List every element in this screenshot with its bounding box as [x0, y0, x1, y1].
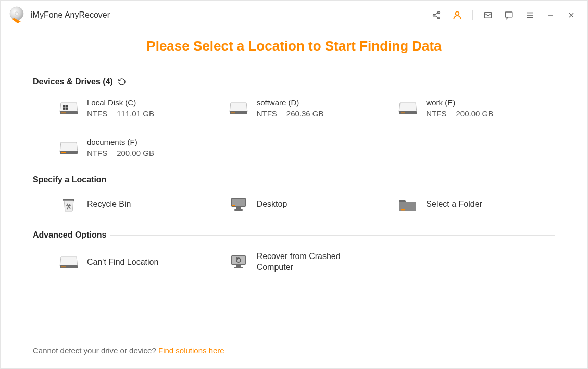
drive-fs: NTFS	[87, 149, 107, 157]
drive-size: 260.36 GB	[286, 109, 324, 118]
section-devices: Devices & Drives (4)	[33, 77, 555, 157]
share-icon[interactable]	[431, 9, 442, 21]
svg-rect-36	[61, 266, 66, 267]
svg-point-3	[433, 14, 435, 16]
desktop-icon	[229, 196, 248, 213]
svg-point-2	[438, 11, 440, 14]
location-label: Desktop	[257, 200, 287, 209]
drive-name: Local Disk (C)	[87, 98, 154, 107]
svg-point-4	[438, 17, 440, 19]
main-content: Please Select a Location to Start Findin…	[1, 38, 587, 273]
feedback-icon[interactable]	[503, 9, 515, 21]
folder-icon	[398, 196, 418, 213]
svg-rect-18	[63, 105, 66, 107]
titlebar-separator	[472, 10, 473, 20]
svg-rect-33	[232, 205, 235, 206]
location-desktop[interactable]: Desktop	[229, 196, 386, 213]
location-label: Recycle Bin	[87, 200, 131, 209]
svg-rect-32	[234, 209, 243, 211]
svg-rect-20	[63, 107, 66, 110]
svg-rect-23	[231, 113, 235, 114]
section-devices-title: Devices & Drives (4)	[33, 77, 113, 87]
section-rule	[131, 82, 555, 82]
svg-point-7	[456, 11, 459, 15]
footer: Cannot detect your drive or device? Find…	[33, 346, 224, 355]
section-advanced-title: Advanced Options	[33, 230, 106, 240]
drive-software-d[interactable]: software (D) NTFS 260.36 GB	[229, 98, 386, 118]
drive-size: 200.00 GB	[456, 109, 494, 118]
drive-icon	[398, 100, 418, 116]
section-rule	[110, 180, 555, 180]
drive-fs: NTFS	[426, 109, 446, 118]
app-title: iMyFone AnyRecover	[31, 10, 110, 20]
drive-local-disk-c[interactable]: Local Disk (C) NTFS 111.01 GB	[59, 98, 216, 118]
svg-rect-28	[63, 199, 74, 201]
svg-rect-17	[61, 113, 66, 114]
svg-rect-38	[232, 256, 245, 264]
svg-rect-30	[232, 199, 245, 206]
svg-point-1	[15, 12, 18, 15]
svg-rect-40	[234, 267, 243, 268]
footer-link[interactable]: Find solutions here	[158, 346, 224, 355]
section-specify: Specify a Location Recycle Bin	[33, 175, 555, 213]
advanced-label: Can't Find Location	[87, 257, 158, 267]
svg-rect-19	[66, 105, 68, 107]
drive-name: work (E)	[426, 98, 493, 107]
footer-text: Cannot detect your drive or device?	[33, 346, 158, 355]
svg-line-6	[435, 16, 438, 17]
drive-icon	[229, 100, 248, 116]
svg-rect-21	[66, 107, 68, 110]
minimize-button[interactable]	[545, 9, 556, 21]
section-rule	[110, 235, 555, 236]
app-logo	[8, 6, 27, 24]
drive-name: documents (F)	[87, 138, 154, 146]
section-specify-title: Specify a Location	[33, 175, 106, 185]
refresh-button[interactable]	[117, 77, 127, 87]
drive-work-e[interactable]: work (E) NTFS 200.00 GB	[398, 98, 555, 118]
recycle-bin-icon	[59, 196, 79, 213]
menu-icon[interactable]	[524, 9, 535, 21]
close-button[interactable]	[566, 9, 577, 21]
location-select-folder[interactable]: Select a Folder	[398, 196, 555, 213]
svg-rect-27	[61, 152, 66, 153]
svg-rect-25	[401, 113, 405, 114]
drive-size: 111.01 GB	[117, 109, 154, 118]
location-recycle-bin[interactable]: Recycle Bin	[59, 196, 216, 213]
svg-rect-31	[236, 207, 241, 209]
svg-rect-34	[401, 209, 405, 210]
account-icon[interactable]	[452, 9, 463, 21]
drive-name: software (D)	[257, 98, 324, 107]
svg-line-5	[435, 13, 438, 15]
system-drive-icon	[59, 100, 79, 116]
crashed-computer-icon	[229, 254, 248, 270]
drive-fs: NTFS	[257, 109, 277, 118]
advanced-label: Recover from Crashed Computer	[257, 251, 345, 273]
mail-icon[interactable]	[482, 9, 494, 21]
drive-fs: NTFS	[87, 109, 107, 118]
page-title: Please Select a Location to Start Findin…	[33, 38, 555, 54]
drive-icon	[59, 139, 79, 156]
titlebar: iMyFone AnyRecover	[1, 1, 587, 30]
drive-size: 200.00 GB	[117, 149, 154, 157]
drive-icon	[59, 254, 79, 270]
svg-rect-9	[505, 12, 512, 17]
advanced-cant-find-location[interactable]: Can't Find Location	[59, 251, 216, 273]
location-label: Select a Folder	[426, 200, 482, 209]
section-advanced: Advanced Options Can't Find Location	[33, 230, 555, 273]
advanced-crashed-computer[interactable]: Recover from Crashed Computer	[229, 251, 386, 273]
drive-documents-f[interactable]: documents (F) NTFS 200.00 GB	[59, 138, 216, 157]
svg-rect-39	[236, 265, 241, 267]
